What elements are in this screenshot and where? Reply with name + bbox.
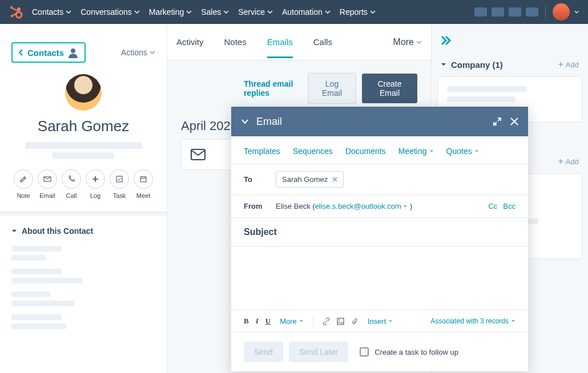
- about-contact-toggle[interactable]: About this Contact: [11, 226, 155, 236]
- hubspot-logo-icon[interactable]: [9, 5, 23, 19]
- caret-down-icon: [11, 228, 17, 234]
- quotes-tab[interactable]: Quotes: [446, 147, 479, 156]
- person-icon: [67, 47, 79, 58]
- phone-icon: [67, 175, 75, 183]
- user-avatar[interactable]: [553, 3, 570, 21]
- nav-automation[interactable]: Automation: [282, 7, 331, 17]
- minimize-icon[interactable]: [240, 117, 249, 126]
- tab-more[interactable]: More: [393, 37, 422, 47]
- envelope-icon: [43, 175, 51, 183]
- bcc-button[interactable]: Bcc: [503, 202, 515, 210]
- call-button[interactable]: Call: [62, 169, 81, 199]
- to-label: To: [244, 175, 269, 184]
- top-nav: Contacts Conversations Marketing Sales S…: [0, 0, 588, 24]
- modal-title: Email: [256, 116, 282, 128]
- svg-line-4: [12, 8, 18, 11]
- tab-notes[interactable]: Notes: [224, 26, 247, 58]
- nav-util-4[interactable]: [526, 7, 538, 17]
- nav-contacts[interactable]: Contacts: [32, 7, 71, 17]
- create-email-button[interactable]: Create Email: [362, 74, 417, 103]
- contact-sidebar: Contacts Actions Sarah Gomez Note Email …: [0, 24, 167, 373]
- attachment-icon[interactable]: [351, 318, 359, 325]
- plus-icon: [91, 175, 99, 183]
- nav-util-1[interactable]: [474, 7, 487, 17]
- chevron-down-icon[interactable]: [574, 10, 579, 14]
- svg-rect-12: [337, 318, 344, 325]
- actions-dropdown[interactable]: Actions: [121, 48, 155, 57]
- svg-point-7: [71, 48, 75, 53]
- nav-conversations[interactable]: Conversations: [80, 7, 140, 17]
- contact-name: Sarah Gomez: [0, 117, 167, 135]
- associated-records-button[interactable]: Associated with 3 records: [430, 317, 515, 325]
- thread-replies-link[interactable]: Thread email replies: [244, 79, 302, 98]
- checklist-icon: [115, 175, 123, 183]
- note-button[interactable]: Note: [14, 169, 33, 199]
- chevron-down-icon: [403, 204, 408, 209]
- create-task-label: Create a task to follow up: [374, 348, 458, 356]
- bold-button[interactable]: B: [244, 317, 249, 326]
- meeting-tab[interactable]: Meeting: [398, 147, 434, 156]
- company-section-toggle[interactable]: Company (1): [441, 60, 503, 70]
- caret-down-icon: [441, 62, 446, 67]
- pencil-icon: [19, 175, 27, 183]
- link-icon[interactable]: [323, 318, 330, 325]
- log-button[interactable]: Log: [86, 169, 105, 199]
- tab-emails[interactable]: Emails: [267, 26, 293, 58]
- back-label: Contacts: [27, 48, 64, 58]
- nav-sales[interactable]: Sales: [201, 7, 229, 17]
- task-button[interactable]: Task: [110, 169, 129, 199]
- documents-tab[interactable]: Documents: [345, 147, 386, 156]
- email-body-editor[interactable]: [231, 247, 528, 310]
- svg-rect-9: [116, 176, 122, 182]
- send-later-button[interactable]: Send Later: [289, 342, 349, 362]
- collapse-icon[interactable]: [441, 35, 452, 46]
- cc-button[interactable]: Cc: [488, 202, 497, 210]
- from-label: From: [244, 202, 269, 210]
- divider: [545, 5, 546, 19]
- add-association-button[interactable]: +Add: [558, 156, 579, 167]
- meet-button[interactable]: Meet: [134, 169, 153, 199]
- email-compose-modal: Email Templates Sequences Documents Meet…: [231, 107, 528, 371]
- format-more-button[interactable]: More: [280, 317, 304, 326]
- send-button[interactable]: Send: [244, 342, 283, 362]
- remove-recipient-icon[interactable]: [332, 177, 337, 182]
- recipient-chip[interactable]: Sarah Gomez: [276, 171, 344, 188]
- sequences-tab[interactable]: Sequences: [293, 147, 333, 156]
- contact-avatar[interactable]: [65, 74, 102, 111]
- nav-reports[interactable]: Reports: [340, 7, 376, 17]
- nav-util-3[interactable]: [509, 7, 521, 17]
- subject-label[interactable]: Subject: [244, 227, 277, 237]
- placeholder: [53, 152, 114, 159]
- calendar-icon: [139, 175, 147, 183]
- nav-util-2[interactable]: [492, 7, 504, 17]
- email-button[interactable]: Email: [38, 169, 57, 199]
- italic-button[interactable]: I: [256, 317, 259, 326]
- tab-activity[interactable]: Activity: [176, 26, 204, 58]
- svg-rect-10: [140, 177, 146, 182]
- nav-marketing[interactable]: Marketing: [149, 7, 192, 17]
- insert-button[interactable]: Insert: [368, 317, 393, 326]
- expand-icon[interactable]: [493, 117, 502, 126]
- tab-calls[interactable]: Calls: [313, 26, 332, 58]
- log-email-button[interactable]: Log Email: [308, 73, 356, 104]
- templates-tab[interactable]: Templates: [244, 147, 280, 156]
- create-task-checkbox[interactable]: [360, 347, 369, 356]
- close-icon[interactable]: [510, 117, 519, 126]
- svg-point-13: [339, 319, 340, 321]
- underline-button[interactable]: U: [265, 317, 271, 326]
- envelope-icon: [191, 149, 206, 160]
- from-value[interactable]: Elise Beck (elise.s.beck@outlook.com ): [276, 202, 412, 210]
- add-company-button[interactable]: +Add: [558, 59, 579, 70]
- image-icon[interactable]: [337, 318, 344, 325]
- placeholder: [25, 142, 142, 149]
- nav-service[interactable]: Service: [238, 7, 273, 17]
- back-contacts-button[interactable]: Contacts: [11, 42, 86, 63]
